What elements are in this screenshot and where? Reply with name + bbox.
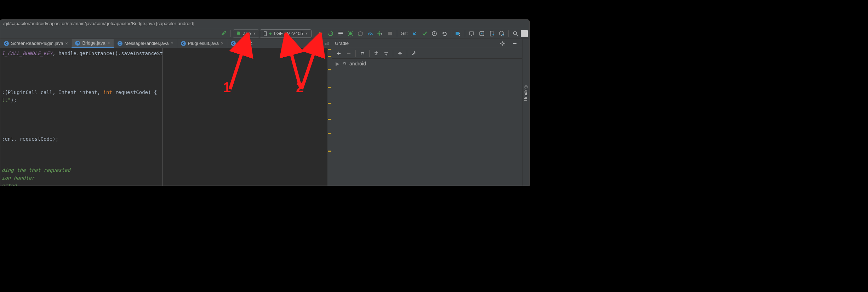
warning-marker[interactable]: [328, 119, 331, 120]
warning-marker[interactable]: [328, 56, 331, 57]
apply-code-changes-button[interactable]: [336, 29, 345, 38]
add-icon[interactable]: [334, 49, 343, 58]
editor-right-pane: [162, 48, 327, 186]
gradle-project-node[interactable]: ▶ android: [336, 61, 519, 66]
content-area: C ScreenReaderPlugin.java × C Bridge.jav…: [0, 39, 529, 186]
build-hammer-icon[interactable]: [219, 29, 228, 38]
svg-point-15: [514, 31, 517, 35]
device-selector[interactable]: LGE LM-V405 ▼: [260, 29, 311, 38]
class-file-icon: C: [4, 41, 9, 46]
stop-button[interactable]: [386, 29, 395, 38]
expand-arrow-icon[interactable]: ▶: [336, 61, 339, 66]
warning-marker[interactable]: [328, 103, 331, 104]
svg-rect-8: [388, 32, 392, 35]
svg-point-6: [349, 32, 352, 35]
device-manager-button[interactable]: [487, 29, 496, 38]
user-avatar[interactable]: [521, 30, 528, 37]
sdk-manager-button[interactable]: [477, 29, 486, 38]
tab-label: Geoloc: [238, 41, 252, 46]
right-tool-strip: Gradle: [522, 39, 529, 186]
class-file-icon: C: [118, 41, 122, 46]
gradle-elephant-icon[interactable]: [358, 49, 367, 58]
svg-rect-14: [490, 31, 493, 36]
git-rollback-button[interactable]: [440, 29, 449, 38]
git-commit-button[interactable]: [420, 29, 429, 38]
search-everywhere-button[interactable]: [511, 29, 520, 38]
editor-tabs: C ScreenReaderPlugin.java × C Bridge.jav…: [0, 39, 332, 48]
ide-window: /git/capacitor/android/capacitor/src/mai…: [0, 19, 530, 186]
chevron-down-icon: ▼: [253, 32, 256, 35]
svg-rect-3: [338, 32, 343, 33]
annotation-label-1: 1: [223, 80, 231, 95]
gradle-title: Gradle: [335, 41, 349, 46]
annotation-label-2: 2: [296, 80, 304, 95]
run-config-label: app: [243, 31, 251, 36]
git-update-button[interactable]: [410, 29, 419, 38]
gradle-tree[interactable]: ▶ android: [332, 59, 522, 69]
settings-icon[interactable]: [498, 39, 507, 48]
sync-project-button[interactable]: [453, 29, 463, 38]
svg-rect-10: [456, 32, 459, 35]
class-file-icon: C: [231, 41, 236, 46]
close-icon[interactable]: ×: [108, 41, 110, 46]
minimize-icon[interactable]: [510, 39, 519, 48]
tab-pluginresult[interactable]: C Plugi esult.java ×: [177, 39, 227, 48]
tab-overflow-counter[interactable]: ⏷ ≡3: [316, 39, 332, 48]
wrench-icon[interactable]: [409, 49, 418, 58]
code-editor[interactable]: I_CALL_BUNDLE_KEY, handle.getInstance().…: [0, 48, 162, 186]
tab-bridge[interactable]: C Bridge.java ×: [72, 39, 114, 48]
main-toolbar: app ▼ LGE LM-V405 ▼ A: [0, 28, 529, 39]
device-label: LGE LM-V405: [274, 31, 303, 36]
svg-rect-12: [471, 35, 472, 36]
gradle-tool-window: Gradle: [332, 39, 522, 186]
run-config-selector[interactable]: app ▼: [233, 29, 259, 38]
profiler-button[interactable]: [366, 29, 375, 38]
git-history-button[interactable]: [430, 29, 439, 38]
debug-button[interactable]: [346, 29, 355, 38]
tab-screenreaderplugin[interactable]: C ScreenReaderPlugin.java ×: [0, 39, 72, 48]
close-icon[interactable]: ×: [171, 41, 173, 46]
android-icon: [236, 31, 241, 36]
resource-manager-button[interactable]: [497, 29, 506, 38]
editor-area: C ScreenReaderPlugin.java × C Bridge.jav…: [0, 39, 332, 186]
svg-rect-4: [338, 33, 343, 34]
svg-rect-11: [469, 32, 474, 35]
warning-marker[interactable]: [328, 151, 331, 152]
apply-changes-button[interactable]: A: [326, 29, 335, 38]
tab-label: ScreenReaderPlugin.java: [11, 41, 63, 46]
chevron-down-icon: ▼: [305, 32, 308, 35]
warning-marker[interactable]: [328, 69, 331, 70]
gradle-elephant-icon: [342, 61, 347, 66]
remove-icon[interactable]: [344, 49, 353, 58]
class-file-icon: C: [75, 41, 80, 46]
tab-label: Plugi esult.java: [188, 41, 219, 46]
tab-label: MessageHandler.java: [125, 41, 169, 46]
toggle-offline-icon[interactable]: [395, 49, 405, 58]
error-strip[interactable]: [327, 48, 332, 186]
run-button[interactable]: [316, 29, 325, 38]
warning-marker[interactable]: [328, 133, 331, 134]
gradle-side-tab[interactable]: Gradle: [523, 88, 528, 101]
git-label: Git:: [401, 31, 408, 36]
svg-rect-5: [338, 35, 341, 35]
gradle-toolbar: [332, 48, 522, 59]
svg-rect-17: [513, 43, 516, 44]
editor-body: I_CALL_BUNDLE_KEY, handle.getInstance().…: [0, 48, 332, 186]
expand-all-icon[interactable]: [372, 49, 381, 58]
tab-messagehandler[interactable]: C MessageHandler.java ×: [114, 39, 177, 48]
attach-debugger-button[interactable]: [376, 29, 385, 38]
window-titlebar: /git/capacitor/android/capacitor/src/mai…: [0, 20, 529, 28]
device-online-indicator: [269, 33, 272, 35]
phone-icon: [263, 31, 267, 36]
avd-manager-button[interactable]: [467, 29, 476, 38]
svg-point-16: [502, 42, 504, 44]
class-file-icon: C: [181, 41, 186, 46]
warning-marker[interactable]: [328, 87, 331, 88]
close-icon[interactable]: ×: [221, 41, 223, 46]
debug-coverage-button[interactable]: [356, 29, 365, 38]
close-icon[interactable]: ×: [65, 41, 68, 46]
svg-text:A: A: [331, 33, 332, 36]
tab-geolocation[interactable]: C Geoloc: [227, 39, 256, 48]
collapse-all-icon[interactable]: [382, 49, 391, 58]
warning-marker[interactable]: [328, 49, 331, 50]
